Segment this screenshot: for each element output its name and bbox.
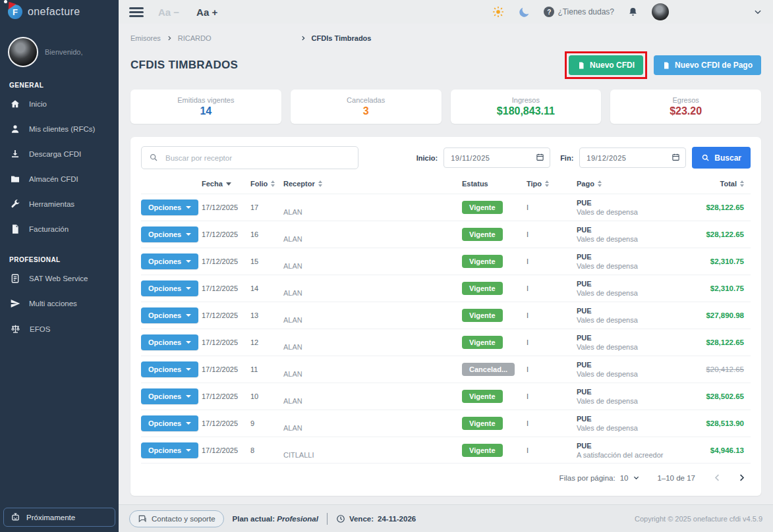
search-input[interactable]	[141, 146, 358, 169]
inicio-date-input[interactable]	[444, 147, 550, 168]
row-pago-metodo: Vales de despensa	[577, 424, 690, 432]
font-decrease-button[interactable]: Aa −	[158, 7, 179, 18]
proximamente-button[interactable]: Próximamente	[3, 508, 115, 527]
welcome-text: Bienvenido,	[45, 48, 83, 56]
sidebar-item-descarga-cfdi[interactable]: Descarga CFDI	[0, 142, 119, 167]
help-link[interactable]: ? ¿Tienes dudas?	[544, 7, 614, 17]
status-badge: Vigente	[462, 444, 503, 457]
opciones-label: Opciones	[148, 392, 181, 400]
caret-down-icon	[186, 314, 191, 317]
buscar-button[interactable]: Buscar	[692, 147, 751, 169]
opciones-button[interactable]: Opciones	[141, 334, 198, 350]
opciones-label: Opciones	[148, 338, 181, 346]
row-pago-forma: PUE	[577, 199, 690, 207]
row-tipo: I	[509, 203, 558, 211]
header-pago[interactable]: Pago	[558, 180, 690, 188]
opciones-button[interactable]: Opciones	[141, 226, 198, 242]
row-pago-metodo: Vales de despensa	[577, 343, 690, 351]
sidebar-item-multi-acciones[interactable]: Multi acciones	[0, 291, 119, 316]
sun-icon[interactable]	[492, 5, 505, 18]
rows-per-page-select[interactable]: Filas por página: 10	[559, 474, 641, 482]
caret-down-icon	[186, 422, 191, 425]
calendar-icon[interactable]	[536, 153, 544, 161]
header-total[interactable]: Total	[690, 180, 751, 188]
bell-icon[interactable]	[627, 7, 639, 18]
row-tipo: I	[509, 257, 558, 265]
opciones-button[interactable]: Opciones	[141, 200, 198, 215]
sidebar-item-mis-clientes[interactable]: Mis clientes (RFCs)	[0, 117, 119, 142]
document-icon	[10, 224, 20, 234]
row-total: $20,412.65	[690, 365, 751, 373]
row-folio: 9	[250, 419, 283, 427]
sidebar-item-label: Herramientas	[29, 200, 74, 208]
fin-date-input[interactable]	[579, 147, 686, 168]
sidebar-item-sat-web-service[interactable]: SAT Web Service	[0, 266, 119, 291]
sidebar-item-inicio[interactable]: Inicio	[0, 92, 119, 117]
row-receptor: ALAN	[283, 397, 444, 410]
stat-value: 3	[363, 105, 369, 117]
opciones-button[interactable]: Opciones	[141, 388, 198, 404]
calendar-icon[interactable]	[672, 153, 680, 161]
sidebar-item-efos[interactable]: EFOS	[0, 316, 119, 342]
opciones-button[interactable]: Opciones	[141, 307, 198, 323]
hamburger-menu-icon[interactable]	[129, 5, 144, 19]
search-icon	[701, 153, 710, 162]
scale-icon	[10, 323, 21, 334]
header-fecha[interactable]: Fecha	[202, 180, 250, 188]
header-tipo[interactable]: Tipo	[509, 180, 558, 188]
inicio-label: Inicio:	[416, 154, 438, 162]
opciones-button[interactable]: Opciones	[141, 442, 198, 458]
opciones-button[interactable]: Opciones	[141, 280, 198, 296]
sort-icon	[598, 180, 602, 187]
table-row: Opciones 17/12/2025 16 ALAN Vigente I PU…	[141, 221, 751, 248]
download-icon	[10, 149, 20, 159]
status-badge: Vigente	[462, 255, 503, 268]
row-pago-metodo: A satisfacción del acreedor	[577, 451, 690, 459]
plan-value: Profesional	[277, 515, 318, 523]
sidebar-item-label: Mis clientes (RFCs)	[29, 125, 95, 133]
user-avatar[interactable]	[8, 37, 38, 67]
opciones-button[interactable]: Opciones	[141, 415, 198, 431]
contact-support-label: Contacto y soporte	[152, 515, 215, 523]
table-row: Opciones 17/12/2025 11 ALAN Cancelad... …	[141, 356, 751, 383]
status-badge: Vigente	[462, 282, 503, 295]
nuevo-cfdi-pago-button[interactable]: Nuevo CFDI de Pago	[654, 55, 761, 75]
sidebar-item-facturacion[interactable]: Facturación	[0, 217, 119, 242]
moon-icon[interactable]	[518, 6, 530, 18]
row-folio: 17	[250, 203, 283, 211]
row-fecha: 17/12/2025	[202, 392, 250, 400]
topbar: Aa − Aa + ? ¿Tienes dudas?	[119, 0, 773, 24]
row-total: $28,513.90	[690, 419, 751, 427]
breadcrumb-ricardo[interactable]: RICARDO	[178, 34, 212, 42]
breadcrumb-emisores[interactable]: Emisores	[130, 34, 161, 42]
vence-text: Vence: 24-11-2026	[336, 514, 416, 523]
pagination-range: 1–10 de 17	[657, 474, 695, 482]
sidebar-item-label: Inicio	[29, 100, 47, 108]
header-receptor[interactable]: Receptor	[283, 180, 444, 188]
status-badge: Vigente	[462, 390, 503, 403]
row-tipo: I	[509, 311, 558, 319]
topbar-avatar[interactable]	[652, 3, 669, 20]
sidebar-item-herramientas[interactable]: Herramientas	[0, 192, 119, 217]
stat-card-emitidas: Emitidas vigentes 14	[130, 90, 281, 124]
prev-page-button[interactable]	[712, 473, 722, 483]
row-pago-metodo: Vales de despensa	[577, 235, 690, 243]
row-tipo: I	[509, 230, 558, 238]
chevron-down-icon[interactable]	[753, 7, 762, 16]
row-pago-metodo: Vales de despensa	[577, 289, 690, 297]
nuevo-cfdi-button[interactable]: Nuevo CFDI	[569, 55, 643, 75]
breadcrumb: Emisores RICARDO CFDIs Timbrados	[130, 34, 761, 42]
font-increase-button[interactable]: Aa +	[196, 7, 217, 18]
opciones-button[interactable]: Opciones	[141, 361, 198, 377]
next-page-button[interactable]	[737, 473, 747, 483]
row-receptor: ALAN	[283, 262, 444, 275]
sort-icon	[271, 180, 275, 187]
opciones-button[interactable]: Opciones	[141, 253, 198, 269]
contact-support-button[interactable]: Contacto y soporte	[129, 510, 224, 527]
header-folio[interactable]: Folio	[250, 180, 283, 188]
row-pago-forma: PUE	[577, 415, 690, 423]
plan-text: Plan actual: Profesional	[233, 515, 318, 523]
onefacture-logo-icon: F	[8, 5, 22, 19]
table-row: Opciones 17/12/2025 10 ALAN Vigente I PU…	[141, 383, 751, 410]
sidebar-item-almacen-cfdi[interactable]: Almacén CFDI	[0, 167, 119, 192]
